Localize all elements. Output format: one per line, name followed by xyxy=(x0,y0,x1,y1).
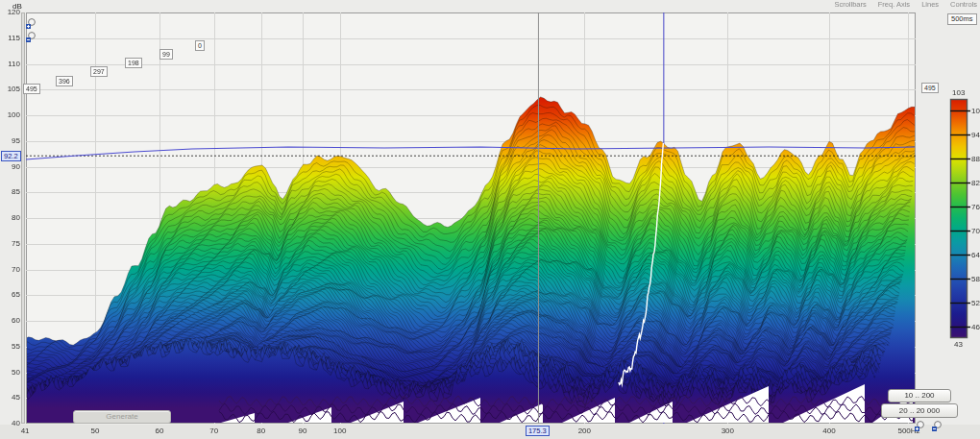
x-tick-label: 50 xyxy=(84,427,107,436)
y-tick-label: 50 xyxy=(1,368,20,378)
y-tick-label: 55 xyxy=(1,342,20,352)
colorbar-tick-label: 58 xyxy=(971,275,980,284)
top-menu: Scrollbars Freq. Axis Lines Controls xyxy=(834,0,977,9)
generate-button[interactable]: Generate xyxy=(73,410,171,424)
colorbar-tick-label: 46 xyxy=(971,323,980,332)
x-tick-label: 41 xyxy=(13,427,37,436)
colorbar-max-label: 103 xyxy=(952,88,965,98)
freq-zoom-in-icon[interactable] xyxy=(914,420,926,432)
waterfall-canvas[interactable] xyxy=(0,0,980,439)
colorbar-tick-label: 76 xyxy=(971,203,980,212)
time-axis-label: 0 xyxy=(195,40,205,51)
menu-freq-axis[interactable]: Freq. Axis xyxy=(878,0,910,9)
time-axis-label: 99 xyxy=(159,49,173,60)
time-axis-label-right: 495 xyxy=(921,83,939,93)
y-tick-label: 80 xyxy=(1,213,20,223)
y-tick-label: 45 xyxy=(1,393,20,402)
range-20-20000-button[interactable]: 20 .. 20 000 xyxy=(881,403,958,418)
y-tick-label: 95 xyxy=(1,136,20,146)
y-tick-label: 60 xyxy=(1,316,20,326)
x-tick-label: 300 xyxy=(716,427,739,436)
y-tick-label: 70 xyxy=(1,265,20,275)
cursor-level-badge: 92.2 xyxy=(1,151,21,161)
time-axis-label: 297 xyxy=(90,66,108,77)
y-tick-label: 115 xyxy=(1,34,20,43)
x-tick-label: 70 xyxy=(203,427,226,436)
y-tick-label: 105 xyxy=(1,85,20,94)
time-axis-label: 495 xyxy=(23,84,40,94)
x-tick-label: 400 xyxy=(818,427,841,436)
x-tick-label: 100 xyxy=(329,427,352,436)
time-axis-label: 396 xyxy=(56,76,73,86)
colorbar-tick-label: 82 xyxy=(971,179,980,188)
zoom-in-icon[interactable] xyxy=(25,17,37,30)
y-tick-label: 75 xyxy=(1,239,20,249)
range-10-200-button[interactable]: 10 .. 200 xyxy=(888,389,951,402)
x-tick-label: 60 xyxy=(148,427,171,436)
x-tick-label: 90 xyxy=(291,427,314,436)
menu-controls[interactable]: Controls xyxy=(950,0,977,9)
y-tick-label: 90 xyxy=(1,162,20,172)
colorbar-tick-label: 94 xyxy=(971,131,980,140)
zoom-out-icon[interactable] xyxy=(25,31,37,43)
time-axis-label: 198 xyxy=(125,58,142,68)
menu-lines[interactable]: Lines xyxy=(921,0,939,9)
freq-zoom-out-icon[interactable] xyxy=(931,420,943,432)
colorbar-tick-label: 64 xyxy=(971,251,980,260)
colorbar-tick-label: 70 xyxy=(971,227,980,236)
colorbar-min-label: 43 xyxy=(954,340,963,350)
cursor-freq-badge: 175.3 xyxy=(526,426,550,436)
y-tick-label: 100 xyxy=(1,110,20,120)
y-tick-label: 85 xyxy=(1,187,20,197)
time-scale-badge: 500ms xyxy=(947,13,977,25)
x-tick-label: 200 xyxy=(573,427,596,436)
colorbar-tick-label: 88 xyxy=(971,155,980,164)
waterfall-app-window: Scrollbars Freq. Axis Lines Controls dB … xyxy=(0,0,980,439)
colorbar-tick-label: 100 xyxy=(971,107,980,116)
x-tick-label: 80 xyxy=(250,427,273,436)
colorbar-tick-label: 52 xyxy=(971,299,980,308)
y-tick-label: 110 xyxy=(1,60,20,69)
y-tick-label: 65 xyxy=(1,290,20,300)
menu-scrollbars[interactable]: Scrollbars xyxy=(834,0,866,9)
y-tick-label: 120 xyxy=(1,8,20,17)
